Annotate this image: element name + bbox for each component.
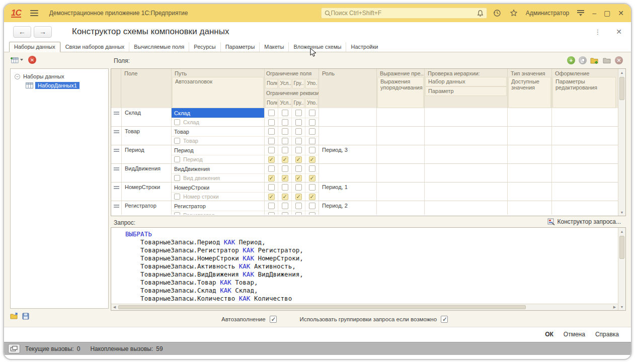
add-group-folder-icon[interactable]: [590, 57, 599, 64]
tab-Связи наборов данных[interactable]: Связи наборов данных: [60, 42, 129, 52]
header-restr-group[interactable]: Гру...: [292, 79, 305, 88]
drag-handle-icon[interactable]: [111, 145, 121, 163]
checkbox-unchecked[interactable]: [295, 138, 302, 144]
restriction-cell[interactable]: [292, 201, 305, 211]
restriction-cell[interactable]: [305, 145, 319, 155]
header-value-type-sub[interactable]: Доступные значения: [508, 77, 551, 108]
checkbox-checked[interactable]: [268, 175, 275, 181]
restriction-cell[interactable]: [278, 192, 292, 201]
restriction-cell[interactable]: [292, 173, 305, 182]
auto-title-cell[interactable]: Товар: [172, 136, 265, 145]
checkbox-unchecked[interactable]: [309, 138, 315, 144]
auto-title-checkbox[interactable]: [174, 194, 180, 200]
restriction-cell[interactable]: [292, 183, 305, 192]
tab-Наборы данных[interactable]: Наборы данных: [9, 42, 60, 52]
checkbox-unchecked[interactable]: [309, 147, 315, 153]
restriction-cell[interactable]: [265, 192, 278, 201]
query-text[interactable]: ВЫБРАТЬ ТоварныеЗапасы.Период КАК Период…: [116, 230, 617, 303]
tab-Вычисляемые поля[interactable]: Вычисляемые поля: [129, 42, 189, 52]
header-path[interactable]: Путь Автозаголовок: [172, 69, 265, 108]
restriction-cell[interactable]: [265, 211, 278, 215]
restriction-cell[interactable]: [278, 155, 292, 163]
ok-button[interactable]: ОК: [545, 331, 553, 338]
role-cell[interactable]: Период, 3: [319, 145, 377, 163]
scroll-down-icon[interactable]: ▼: [618, 209, 625, 216]
checkbox-unchecked[interactable]: [295, 147, 302, 153]
tree-root[interactable]: − Наборы данных: [11, 72, 108, 81]
restriction-cell[interactable]: [292, 118, 305, 126]
path-cell[interactable]: НомерСтроки: [172, 183, 265, 192]
checkbox-unchecked[interactable]: [268, 184, 275, 191]
field-name-cell[interactable]: Склад: [121, 108, 172, 126]
header-hierarchy-param[interactable]: Параметр: [425, 86, 507, 96]
cancel-button[interactable]: Отмена: [564, 331, 585, 338]
header-restr-group[interactable]: Гру...: [292, 99, 305, 108]
auto-title-checkbox[interactable]: [174, 175, 180, 181]
restriction-cell[interactable]: [265, 183, 278, 192]
checkbox-unchecked[interactable]: [282, 110, 288, 116]
field-name-cell[interactable]: Регистратор: [121, 201, 172, 215]
auto-title-cell[interactable]: Период: [172, 155, 265, 163]
drag-handle-icon[interactable]: [111, 183, 121, 201]
field-row-ВидДвижения[interactable]: ВидДвиженияВидДвиженияВид движения: [111, 164, 625, 183]
checkbox-unchecked[interactable]: [282, 138, 288, 144]
search-input[interactable]: [331, 10, 484, 17]
checkbox-unchecked[interactable]: [295, 128, 302, 135]
scroll-down-icon[interactable]: ▼: [618, 303, 625, 310]
tab-Ресурсы[interactable]: Ресурсы: [189, 42, 220, 52]
checkbox-unchecked[interactable]: [268, 110, 275, 116]
checkbox-unchecked[interactable]: [309, 119, 315, 126]
checkbox-unchecked[interactable]: [282, 119, 288, 126]
auto-title-cell[interactable]: Склад: [172, 118, 265, 126]
checkbox-unchecked[interactable]: [268, 128, 275, 135]
restriction-cell[interactable]: [305, 108, 319, 118]
forward-arrow-icon[interactable]: →: [34, 26, 52, 38]
header-restr-order[interactable]: Упо...: [305, 99, 318, 108]
path-cell[interactable]: ВидДвижения: [172, 164, 265, 173]
restriction-cell[interactable]: [292, 108, 305, 118]
restriction-cell[interactable]: [265, 164, 278, 173]
checkbox-unchecked[interactable]: [309, 203, 315, 209]
favorites-star-icon[interactable]: [509, 9, 518, 18]
restriction-cell[interactable]: [265, 155, 278, 163]
scroll-left-icon[interactable]: ◀: [111, 304, 118, 310]
menu-icon[interactable]: [30, 10, 38, 16]
restriction-cell[interactable]: [305, 192, 319, 201]
notifications-bell-icon[interactable]: [476, 9, 485, 18]
checkbox-unchecked[interactable]: [282, 147, 288, 153]
more-menu-icon[interactable]: ⋮: [594, 28, 601, 36]
header-field-restriction[interactable]: Ограничение поля: [265, 69, 319, 79]
form-close-icon[interactable]: ✕: [616, 28, 622, 36]
checkbox-unchecked[interactable]: [309, 184, 315, 191]
restriction-cell[interactable]: [305, 127, 319, 136]
restriction-cell[interactable]: [265, 136, 278, 145]
header-expression-sub[interactable]: Выражения упорядочивания: [377, 77, 424, 108]
checkbox-unchecked[interactable]: [295, 110, 302, 116]
user-name[interactable]: Администратор: [526, 10, 570, 17]
restriction-cell[interactable]: [265, 201, 278, 211]
global-search[interactable]: [321, 8, 487, 19]
header-restr-condition[interactable]: Усл...: [279, 79, 291, 88]
restriction-cell[interactable]: [278, 108, 292, 118]
header-restr-condition[interactable]: Усл...: [279, 99, 291, 108]
scroll-thumb[interactable]: [118, 305, 526, 309]
restriction-cell[interactable]: [278, 118, 292, 126]
restriction-cell[interactable]: [305, 136, 319, 145]
checkbox-unchecked[interactable]: [282, 165, 288, 172]
checkbox-checked[interactable]: [282, 194, 288, 200]
restriction-cell[interactable]: [305, 164, 319, 173]
delete-field-icon[interactable]: ✕: [615, 56, 623, 64]
restriction-cell[interactable]: [292, 211, 305, 215]
checkbox-unchecked[interactable]: [282, 184, 288, 191]
path-cell[interactable]: Регистратор: [172, 201, 265, 211]
checkbox-unchecked[interactable]: [268, 212, 275, 215]
scroll-up-icon[interactable]: ▲: [618, 228, 625, 235]
auto-title-checkbox[interactable]: [174, 212, 180, 215]
restriction-cell[interactable]: [265, 108, 278, 118]
checkbox-unchecked[interactable]: [309, 212, 315, 215]
back-arrow-icon[interactable]: ←: [13, 26, 31, 38]
role-cell[interactable]: [319, 164, 377, 182]
header-restr-field[interactable]: Поле: [265, 99, 278, 108]
checkbox-checked[interactable]: [268, 156, 275, 163]
checkbox-unchecked[interactable]: [282, 203, 288, 209]
